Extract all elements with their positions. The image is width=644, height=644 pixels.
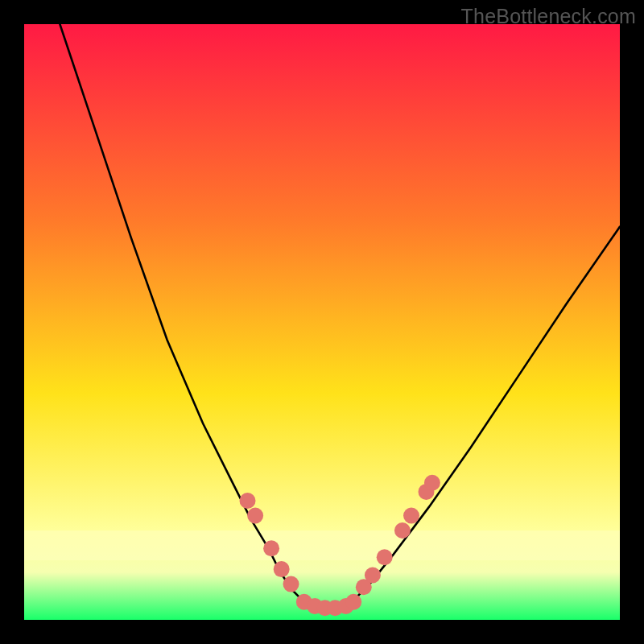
- marker-left: [240, 493, 256, 509]
- marker-right: [424, 475, 440, 491]
- marker-left: [263, 540, 279, 556]
- chart-frame: TheBottleneck.com: [0, 0, 644, 644]
- marker-left: [283, 576, 299, 592]
- marker-right: [394, 522, 411, 539]
- marker-floor: [345, 594, 361, 610]
- marker-left: [247, 508, 263, 524]
- light-band: [24, 530, 620, 560]
- marker-right: [365, 568, 381, 584]
- marker-right: [403, 508, 419, 524]
- marker-right: [377, 549, 393, 565]
- bottleneck-chart: [24, 24, 620, 620]
- marker-left: [274, 561, 290, 577]
